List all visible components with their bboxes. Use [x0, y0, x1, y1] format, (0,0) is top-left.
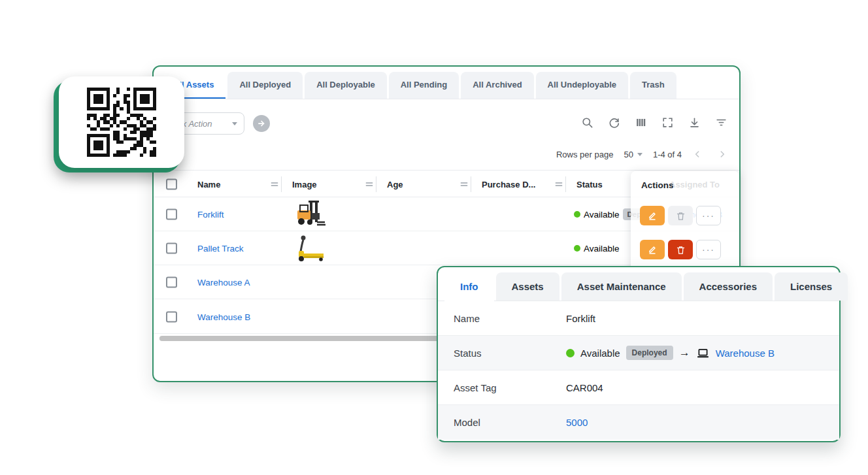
pagination-bar: Rows per page 50 1-4 of 4: [556, 146, 727, 162]
row-actions: [640, 206, 721, 225]
column-divider: [471, 176, 471, 192]
field-label: Name: [438, 313, 566, 324]
column-divider: [376, 176, 376, 192]
delete-button[interactable]: [668, 240, 693, 259]
chevron-down-icon: [232, 122, 237, 125]
info-row-name: Name Forklift: [438, 301, 839, 336]
row-actions: [640, 240, 721, 259]
status-cell: Available: [574, 231, 620, 265]
status-dot: [574, 245, 580, 252]
arrow-right-icon: [257, 119, 266, 128]
column-header-age[interactable]: Age: [387, 171, 403, 198]
tab-asset-maintenance[interactable]: Asset Maintenance: [561, 272, 682, 301]
laptop-icon: [696, 346, 710, 360]
column-header-image[interactable]: Image: [292, 171, 317, 198]
ellipsis-icon: [702, 212, 715, 219]
tab-all-deployable[interactable]: All Deployable: [305, 72, 387, 99]
qr-code-card: [59, 76, 184, 168]
asset-link-warehouse-b[interactable]: Warehouse B: [197, 312, 250, 322]
column-header-purchase-date[interactable]: Purchase D...: [482, 171, 535, 198]
field-value: CAR004: [566, 382, 603, 393]
filter-icon[interactable]: [715, 116, 727, 129]
tab-all-undeployable[interactable]: All Undeployable: [536, 72, 628, 99]
status-dot: [566, 349, 575, 357]
row-checkbox[interactable]: [166, 208, 177, 220]
fullscreen-icon[interactable]: [661, 116, 674, 129]
tab-licenses[interactable]: Licenses: [775, 272, 848, 301]
edit-button[interactable]: [640, 206, 665, 225]
tab-accessories[interactable]: Accessories: [684, 272, 773, 301]
field-label: Model: [438, 417, 566, 428]
prev-page-icon[interactable]: [692, 149, 703, 159]
info-tabbar: Info Assets Asset Maintenance Accessorie…: [438, 267, 839, 301]
delete-button-disabled: [668, 206, 693, 225]
asset-link-forklift[interactable]: Forklift: [197, 210, 224, 220]
column-header-status[interactable]: Status: [576, 171, 603, 198]
table-toolbar-icons: [581, 116, 727, 129]
trash-icon: [676, 211, 686, 221]
arrow-right-glyph: →: [679, 346, 690, 359]
assigned-to-link[interactable]: Warehouse B: [716, 348, 775, 359]
status-label: Available: [584, 210, 620, 220]
tab-trash[interactable]: Trash: [630, 72, 676, 99]
sort-filter-icon[interactable]: [269, 179, 280, 189]
rows-per-page-label: Rows per page: [556, 150, 613, 159]
edit-button[interactable]: [640, 240, 665, 259]
field-value: Forklift: [566, 313, 595, 324]
status-label: Available: [584, 244, 620, 254]
pencil-icon: [647, 244, 658, 255]
row-checkbox[interactable]: [166, 311, 177, 322]
ellipsis-icon: [702, 246, 715, 253]
row-checkbox[interactable]: [166, 242, 177, 254]
page-size-select[interactable]: 50: [624, 150, 642, 159]
status-label: Available: [580, 348, 620, 359]
info-row-model: Model 5000: [438, 405, 839, 440]
more-actions-button[interactable]: [696, 206, 721, 225]
bulk-action-go-button[interactable]: [253, 115, 270, 132]
refresh-icon[interactable]: [608, 116, 620, 129]
next-page-icon[interactable]: [717, 149, 727, 159]
model-link[interactable]: 5000: [566, 417, 588, 428]
row-checkbox[interactable]: [166, 276, 177, 287]
tab-all-archived[interactable]: All Archived: [461, 72, 533, 99]
tab-info[interactable]: Info: [444, 272, 494, 301]
chevron-down-icon: [637, 153, 643, 156]
tab-assets[interactable]: Assets: [496, 272, 559, 301]
more-actions-button[interactable]: [696, 240, 721, 259]
column-header-actions: Actions: [641, 180, 674, 190]
column-divider: [565, 176, 566, 192]
info-row-status: Status Available Deployed → Warehouse B: [438, 336, 839, 370]
page-size-value: 50: [624, 150, 633, 159]
columns-icon[interactable]: [635, 116, 647, 129]
sort-filter-icon[interactable]: [554, 179, 564, 189]
pagination-range: 1-4 of 4: [653, 150, 682, 159]
deployed-badge: Deployed: [626, 346, 673, 360]
asset-link-pallet-track[interactable]: Pallet Track: [197, 244, 244, 254]
sort-filter-icon[interactable]: [364, 179, 375, 189]
column-divider: [281, 176, 282, 192]
pencil-icon: [647, 210, 658, 221]
tab-all-pending[interactable]: All Pending: [389, 72, 459, 99]
field-label: Status: [438, 348, 566, 359]
trash-icon: [676, 245, 686, 255]
download-icon[interactable]: [688, 116, 701, 129]
tab-all-deployed[interactable]: All Deployed: [227, 72, 303, 99]
qr-code-image: [87, 88, 156, 157]
status-dot: [574, 211, 580, 218]
asset-list-tabbar: All Assets All Deployed All Deployable A…: [154, 67, 739, 99]
info-row-asset-tag: Asset Tag CAR004: [438, 370, 839, 405]
asset-link-warehouse-a[interactable]: Warehouse A: [197, 278, 250, 287]
asset-info-panel: Info Assets Asset Maintenance Accessorie…: [437, 266, 841, 442]
search-icon[interactable]: [581, 116, 593, 129]
sort-filter-icon[interactable]: [459, 179, 469, 189]
forklift-image: [292, 200, 326, 229]
column-header-name[interactable]: Name: [197, 171, 220, 198]
pallet-jack-image: [292, 234, 329, 263]
select-all-checkbox[interactable]: [166, 179, 177, 190]
field-label: Asset Tag: [438, 382, 566, 393]
